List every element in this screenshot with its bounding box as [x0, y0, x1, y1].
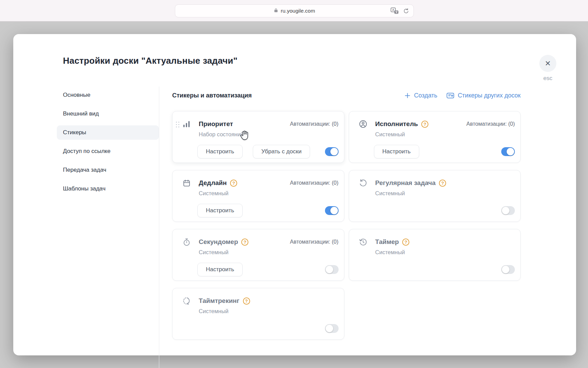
- sidebar-item-2[interactable]: Внешний вид: [57, 107, 159, 121]
- board-settings-modal: Настройки доски "Актуальные задачи" × es…: [13, 34, 576, 355]
- sticker-name: Дедлайн: [199, 179, 227, 187]
- translate-icon[interactable]: A: [390, 7, 399, 15]
- configure-button[interactable]: Настроить: [197, 204, 243, 217]
- sticker-card: Исполнитель ? Автоматизации: (0) Системн…: [349, 111, 521, 163]
- reload-icon[interactable]: [403, 8, 409, 14]
- drag-handle[interactable]: [176, 122, 180, 128]
- svg-text:A: A: [392, 8, 394, 12]
- sticker-card: Регулярная задача ? Системный: [349, 170, 521, 222]
- screen: ru.yougile.com A Настройки доски "Актуал…: [0, 0, 588, 368]
- url-text: ru.yougile.com: [281, 8, 315, 14]
- remove-from-board-button[interactable]: Убрать с доски: [253, 145, 310, 158]
- sticker-type: Системный: [375, 131, 515, 138]
- sticker-name: Таймер: [375, 238, 399, 246]
- sticker-type: Системный: [375, 190, 515, 197]
- help-icon[interactable]: ?: [439, 180, 446, 187]
- sticker-card: Секундомер ? Автоматизации: (0) Системны…: [172, 229, 344, 281]
- esc-label: esc: [539, 75, 556, 82]
- sticker-toggle[interactable]: [501, 206, 515, 215]
- sidebar: ОсновныеВнешний видСтикерыДоступ по ссыл…: [57, 85, 159, 355]
- automations-count: Автоматизации: (0): [290, 121, 338, 127]
- close-button[interactable]: ×: [539, 55, 556, 72]
- sidebar-item-6[interactable]: Шаблоны задач: [57, 182, 159, 196]
- sticker-cards-grid: Приоритет Автоматизации: (0) Набор состо…: [172, 111, 521, 340]
- sticker-toggle[interactable]: [501, 147, 515, 156]
- timetracking-icon: [182, 296, 191, 305]
- sticker-toggle[interactable]: [325, 324, 339, 333]
- modal-title: Настройки доски "Актуальные задачи": [63, 55, 238, 66]
- automations-count: Автоматизации: (0): [467, 121, 515, 127]
- sticker-card: Приоритет Автоматизации: (0) Набор состо…: [172, 111, 344, 163]
- sticker-name: Приоритет: [199, 120, 233, 128]
- configure-button[interactable]: Настроить: [374, 145, 419, 158]
- create-sticker-button[interactable]: Создать: [404, 92, 437, 99]
- sticker-card: Таймер ? Системный: [349, 229, 521, 281]
- other-boards-stickers-label: Стикеры других досок: [458, 92, 521, 99]
- sticker-name: Исполнитель: [375, 120, 418, 128]
- close-icon: ×: [545, 59, 551, 68]
- configure-button[interactable]: Настроить: [197, 145, 243, 158]
- sticker-type: Системный: [375, 249, 515, 256]
- automations-count: Автоматизации: (0): [290, 239, 338, 245]
- priority-bars-icon: [182, 120, 191, 128]
- sticker-name: Регулярная задача: [375, 179, 436, 187]
- sticker-type: Набор состояний: [199, 131, 339, 138]
- sticker-type: Системный: [199, 190, 339, 197]
- sticker-card: Дедлайн ? Автоматизации: (0) Системный Н…: [172, 170, 344, 222]
- sidebar-item-4[interactable]: Доступ по ссылке: [57, 144, 159, 158]
- sticker-toggle[interactable]: [325, 265, 339, 274]
- sticker-type: Системный: [199, 249, 339, 256]
- sticker-name: Секундомер: [199, 238, 238, 246]
- stopwatch-icon: [182, 237, 191, 246]
- sticker-toggle[interactable]: [325, 206, 339, 215]
- configure-button[interactable]: Настроить: [197, 263, 243, 276]
- sticker-toggle[interactable]: [325, 147, 339, 156]
- help-icon[interactable]: ?: [230, 180, 237, 187]
- help-icon[interactable]: ?: [421, 121, 428, 128]
- address-bar[interactable]: ru.yougile.com A: [175, 4, 414, 17]
- sticker-name: Таймтрекинг: [199, 297, 240, 305]
- recurring-task-icon: [359, 179, 368, 187]
- plus-icon: [404, 92, 411, 99]
- assignee-user-icon: [359, 120, 368, 128]
- lock-icon: [274, 8, 278, 14]
- browser-topbar: ru.yougile.com A: [0, 0, 588, 21]
- deadline-calendar-icon: [182, 179, 191, 187]
- create-sticker-label: Создать: [414, 92, 437, 99]
- other-boards-stickers-button[interactable]: Стикеры других досок: [446, 92, 521, 99]
- help-icon[interactable]: ?: [243, 297, 250, 305]
- timer-clock-icon: [359, 237, 368, 246]
- sidebar-item-5[interactable]: Передача задач: [57, 163, 159, 177]
- sticker-plus-icon: [446, 92, 455, 99]
- help-icon[interactable]: ?: [402, 239, 409, 246]
- section-title: Стикеры и автоматизация: [172, 91, 252, 99]
- sidebar-item-3[interactable]: Стикеры: [57, 125, 159, 140]
- help-icon[interactable]: ?: [241, 239, 248, 246]
- stickers-content: Стикеры и автоматизация Создать: [159, 85, 576, 355]
- sticker-toggle[interactable]: [501, 265, 515, 274]
- sticker-card: Таймтрекинг ? Системный: [172, 288, 344, 340]
- automations-count: Автоматизации: (0): [290, 180, 338, 186]
- sticker-type: Системный: [199, 308, 339, 315]
- sidebar-item-1[interactable]: Основные: [57, 88, 159, 102]
